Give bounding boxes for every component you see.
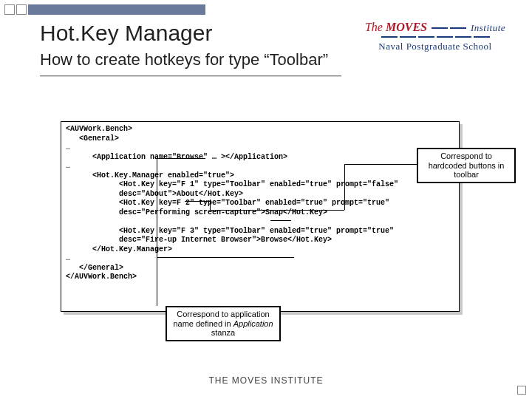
- decorative-top-bar: [4, 4, 528, 15]
- underline-browse-hotkey: [265, 257, 294, 258]
- code-hotkey-about: About: [177, 190, 199, 198]
- moves-logo: The MOVES Institute Naval Postgraduate S…: [359, 21, 511, 52]
- logo-school: Naval Postgraduate School: [359, 41, 511, 52]
- code-line-7b: desc="About">: [66, 190, 177, 198]
- code-line-4c: " … ></Application>: [203, 153, 287, 161]
- connector-1a: [344, 164, 417, 165]
- page-title: Hot.Key Manager: [40, 21, 212, 46]
- code-appname: Browse: [177, 153, 203, 161]
- code-box: <AUVWork.Bench> <General> … <Application…: [61, 121, 460, 312]
- code-ellipsis-2: …: [66, 162, 70, 170]
- code-line-10a: <Hot.Key key="F 3" type="Toolbar" enable…: [66, 227, 394, 235]
- underline-about: [185, 201, 210, 202]
- connector-1b: [344, 164, 345, 210]
- callout-toolbar-buttons: Correspond to hardcoded buttons in toolb…: [417, 148, 516, 183]
- code-line-10b: desc="Fire-up Internet Browser">: [66, 236, 261, 244]
- connector-2b: [157, 257, 265, 258]
- footer-text: THE MOVES INSTITUTE: [0, 375, 532, 386]
- page-subtitle: How to create hotkeys for type “Toolbar”: [40, 50, 328, 69]
- code-ellipsis-3: …: [66, 254, 70, 262]
- code-line-4a: <Application name=": [66, 153, 177, 161]
- connector-2d: [157, 158, 176, 159]
- code-line-13: </General>: [66, 264, 123, 272]
- connector-2c: [157, 158, 157, 257]
- logo-prefix: The: [365, 21, 383, 33]
- callout-application-name: Correspond to application name defined i…: [166, 306, 281, 341]
- logo-main: MOVES: [386, 21, 427, 33]
- connector-1e: [210, 210, 291, 211]
- connector-2a: [157, 257, 157, 306]
- title-divider: [40, 75, 341, 77]
- underline-browse-appname: [176, 158, 205, 159]
- code-line-1: <AUVWork.Bench>: [66, 125, 132, 133]
- connector-1c: [291, 210, 344, 211]
- code-ellipsis-1: …: [66, 143, 70, 151]
- code-line-8a: <Hot.Key key=F 2" type="Toolbar" enabled…: [66, 199, 389, 207]
- code-line-14: </AUVWork.Bench>: [66, 273, 137, 281]
- underline-snap: [270, 220, 291, 221]
- code-line-7a: <Hot.Key key="F 1" type="Toolbar" enable…: [66, 180, 398, 188]
- connector-1d: [210, 200, 211, 210]
- logo-suffix: Institute: [471, 22, 505, 33]
- code-line-2: <General>: [66, 134, 119, 143]
- corner-decor: [517, 386, 526, 395]
- code-hotkey-browse: Browse: [261, 236, 287, 244]
- code-line-6: <Hot.Key.Manager enabled="true">: [66, 171, 234, 180]
- code-line-10d: </Hot.Key>: [287, 236, 332, 244]
- code-line-7d: </Hot.Key>: [199, 190, 243, 198]
- callout2-text-c: stanza: [211, 328, 235, 337]
- callout1-text: Correspond to hardcoded buttons in toolb…: [429, 151, 505, 179]
- callout2-text-b: Application: [233, 319, 273, 328]
